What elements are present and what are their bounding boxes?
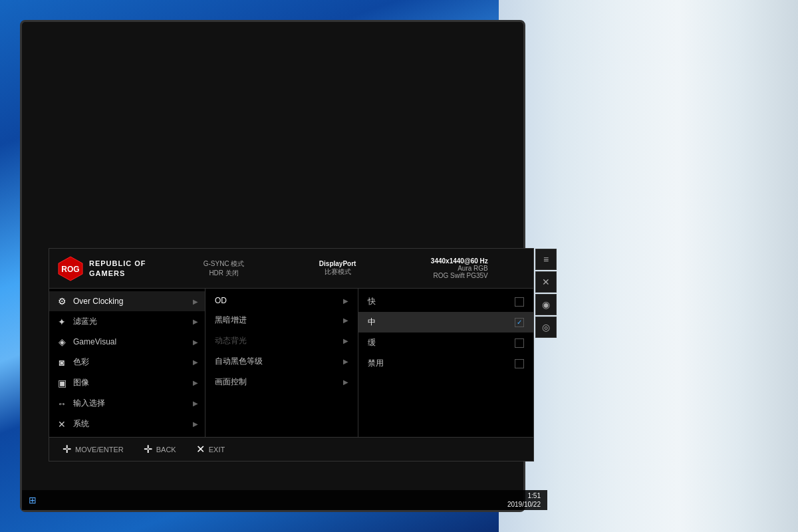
image-icon: ▣ (56, 378, 68, 388)
port-label: DisplayPort (319, 260, 356, 267)
disabled-label: 禁用 (368, 358, 509, 369)
footer-exit[interactable]: ✕ EXIT (196, 443, 225, 456)
gamevisual-icon: ◈ (56, 336, 68, 347)
slow-checkbox (515, 338, 524, 348)
gamepad-button[interactable]: ◉ (535, 294, 557, 315)
rgb-label: Aura RGB (431, 265, 488, 272)
main-menu-panel: ⚙ Over Clocking ▶ ✦ 滤蓝光 ▶ ◈ GameVisual ▶… (49, 289, 205, 437)
side-buttons-panel: ≡ ✕ ◉ ◎ (535, 249, 557, 338)
menu-item-bluelight[interactable]: ✦ 滤蓝光 ▶ (49, 311, 205, 332)
color-label: 色彩 (73, 356, 188, 368)
mode-label: 比赛模式 (319, 267, 356, 277)
menu-item-system[interactable]: ✕ 系统 ▶ (49, 414, 205, 434)
gsync-info: G-SYNC 模式 HDR 关闭 (203, 259, 245, 278)
taskbar: ⊞ 1:51 2019/10/22 (22, 490, 547, 510)
dynamic-arrow-icon: ▶ (343, 337, 348, 344)
move-label: MOVE/ENTER (75, 446, 124, 454)
disabled-checkbox (515, 359, 524, 368)
submenu-item-dark[interactable]: 黑暗增进 ▶ (205, 310, 358, 331)
overclocking-arrow-icon: ▶ (193, 298, 198, 305)
system-label: 系统 (73, 418, 188, 430)
input-arrow-icon: ▶ (193, 400, 198, 407)
dpad-icon: ✛ (63, 443, 71, 456)
color-icon: ◙ (56, 357, 68, 368)
clock-date: 2019/10/22 (507, 500, 541, 509)
overclocking-icon: ⚙ (56, 296, 68, 307)
clock-time: 1:51 (507, 491, 541, 500)
rog-brand-text: REPUBLIC OF GAMERS (89, 259, 146, 278)
overclocking-label: Over Clocking (73, 297, 188, 306)
menu-item-gamevisual[interactable]: ◈ GameVisual ▶ (49, 332, 205, 352)
svg-text:ROG: ROG (61, 265, 79, 274)
osd-footer: ✛ MOVE/ENTER ✛ BACK ✕ EXIT (49, 437, 533, 461)
values-panel: 快 中 ✓ 缓 禁用 (358, 289, 533, 437)
windows-logo-icon: ⊞ (29, 495, 37, 505)
rog-icon: ROG (57, 255, 84, 282)
dark-arrow-icon: ▶ (343, 317, 348, 324)
od-arrow-icon: ▶ (343, 297, 348, 305)
menu-item-color[interactable]: ◙ 色彩 ▶ (49, 352, 205, 372)
rog-logo: ROG REPUBLIC OF GAMERS (57, 255, 146, 282)
close-button[interactable]: ✕ (535, 271, 557, 293)
submenu-item-dynamic: 动态背光 ▶ (205, 331, 358, 351)
image-label: 图像 (73, 377, 188, 388)
medium-label: 中 (368, 317, 509, 328)
slow-label: 缓 (368, 337, 509, 348)
autoblack-label: 自动黑色等级 (215, 356, 343, 367)
screen-label: 画面控制 (215, 376, 343, 388)
osd-menu: ROG REPUBLIC OF GAMERS G-SYNC 模式 HDR 关闭 … (49, 248, 534, 462)
value-medium[interactable]: 中 ✓ (358, 312, 533, 332)
input-icon: ↔ (56, 398, 68, 409)
model-text: ROG Swift PG35V (431, 272, 488, 279)
exit-label: EXIT (209, 446, 225, 454)
osd-menu-body: ⚙ Over Clocking ▶ ✦ 滤蓝光 ▶ ◈ GameVisual ▶… (49, 289, 533, 437)
medium-checkbox: ✓ (515, 318, 524, 327)
value-disabled[interactable]: 禁用 (358, 353, 533, 374)
footer-back: ✛ BACK (144, 443, 176, 456)
menu-item-input[interactable]: ↔ 输入选择 ▶ (49, 393, 205, 414)
value-fast[interactable]: 快 (358, 291, 533, 312)
system-arrow-icon: ▶ (193, 420, 198, 428)
submenu-panel: OD ▶ 黑暗增进 ▶ 动态背光 ▶ 自动黑色等级 ▶ 画面控制 ▶ (205, 289, 358, 437)
footer-move: ✛ MOVE/ENTER (63, 443, 124, 456)
gsync-label: G-SYNC 模式 (203, 259, 245, 269)
bluelight-label: 滤蓝光 (73, 316, 188, 327)
osd-header: ROG REPUBLIC OF GAMERS G-SYNC 模式 HDR 关闭 … (49, 249, 533, 289)
port-info: DisplayPort 比赛模式 (319, 260, 356, 277)
display-info: 3440x1440@60 Hz Aura RGB ROG Swift PG35V (431, 257, 488, 279)
headphone-button[interactable]: ◎ (535, 317, 557, 338)
menu-item-overclocking[interactable]: ⚙ Over Clocking ▶ (49, 291, 205, 311)
screen-arrow-icon: ▶ (343, 378, 348, 386)
resolution-text: 3440x1440@60 Hz (431, 257, 488, 265)
system-icon: ✕ (56, 419, 68, 430)
header-info-section: G-SYNC 模式 HDR 关闭 DisplayPort 比赛模式 3440x1… (166, 257, 525, 279)
monitor-frame: ⊞ 1:51 2019/10/22 ROG REPUBLIC OF GAMERS… (20, 20, 525, 512)
hdr-label: HDR 关闭 (203, 269, 245, 278)
od-label: OD (215, 296, 343, 305)
value-slow[interactable]: 缓 (358, 332, 533, 353)
image-arrow-icon: ▶ (193, 379, 198, 386)
back-label: BACK (156, 446, 176, 454)
exit-icon: ✕ (196, 443, 205, 456)
submenu-item-autoblack[interactable]: 自动黑色等级 ▶ (205, 351, 358, 372)
menu-button[interactable]: ≡ (535, 249, 557, 270)
submenu-item-od[interactable]: OD ▶ (205, 291, 358, 310)
fast-checkbox (515, 297, 524, 307)
back-icon: ✛ (144, 443, 152, 456)
color-arrow-icon: ▶ (193, 358, 198, 366)
taskbar-clock: 1:51 2019/10/22 (507, 491, 541, 509)
dynamic-label: 动态背光 (215, 335, 343, 346)
gamevisual-label: GameVisual (73, 337, 188, 346)
submenu-item-screen[interactable]: 画面控制 ▶ (205, 372, 358, 392)
bluelight-arrow-icon: ▶ (193, 318, 198, 325)
input-label: 输入选择 (73, 398, 188, 409)
dark-label: 黑暗增进 (215, 315, 343, 326)
gamevisual-arrow-icon: ▶ (193, 338, 198, 346)
bluelight-icon: ✦ (56, 317, 68, 327)
fast-label: 快 (368, 296, 509, 307)
menu-item-image[interactable]: ▣ 图像 ▶ (49, 372, 205, 393)
autoblack-arrow-icon: ▶ (343, 358, 348, 365)
